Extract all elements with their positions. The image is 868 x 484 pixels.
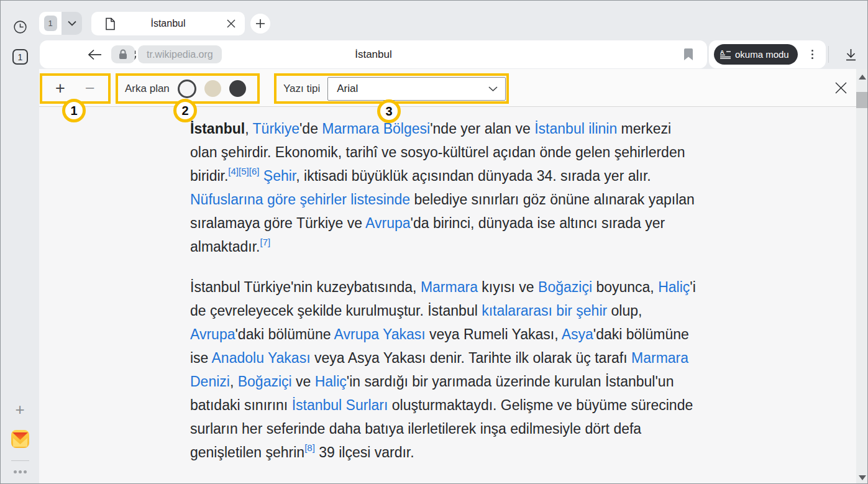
tab-close-icon[interactable] — [224, 16, 239, 31]
article-link[interactable]: Boğaziçi — [538, 279, 592, 295]
article-link[interactable]: İstanbul Surları — [292, 397, 388, 413]
sidebar-divider — [11, 460, 29, 461]
background-color-options — [178, 80, 246, 98]
background-label: Arka plan — [125, 83, 170, 95]
tab-group-control[interactable]: 1 — [39, 12, 82, 35]
article-link[interactable]: Anadolu Yakası — [212, 350, 311, 366]
svg-text:A: A — [720, 50, 724, 55]
article-link[interactable]: Asya — [562, 326, 593, 342]
sidebar-more-icon[interactable] — [11, 467, 29, 477]
annotation-number-3: 3 — [377, 99, 401, 123]
zoom-out-button[interactable]: − — [75, 76, 106, 101]
history-clock-icon[interactable] — [12, 19, 28, 35]
tab-group-chevron-button[interactable] — [62, 12, 82, 35]
plus-icon — [255, 19, 265, 29]
article-link[interactable]: Nüfuslarına göre şehirler listesinde — [190, 191, 410, 208]
article-text: İstanbul, Türkiye'de Marmara Bölgesi'nde… — [190, 117, 700, 464]
reader-toolbar-close-button[interactable] — [827, 74, 854, 101]
vertical-scrollbar[interactable] — [856, 69, 868, 484]
background-dark-option[interactable] — [229, 80, 246, 97]
font-family-value: Arial — [337, 83, 358, 95]
sidebar-tab-counter[interactable]: 1 — [12, 49, 28, 65]
left-sidebar: 1 + — [1, 1, 39, 484]
reference-link[interactable]: [4] — [228, 166, 239, 176]
downloads-icon[interactable] — [843, 47, 859, 63]
reference-link[interactable]: [5] — [239, 166, 249, 176]
article-link[interactable]: Avrupa — [190, 326, 235, 342]
article-paragraph: İstanbul, Türkiye'de Marmara Bölgesi'nde… — [190, 117, 700, 258]
page-doc-icon — [105, 17, 116, 30]
browser-window: 1 + 1 — [0, 0, 868, 484]
annotation-number-1: 1 — [62, 99, 86, 122]
bookmark-icon[interactable] — [681, 47, 696, 62]
scroll-down-arrow-icon[interactable] — [859, 475, 866, 480]
scroll-up-arrow-icon[interactable] — [859, 75, 866, 80]
reader-mode-label: okuma modu — [735, 49, 789, 60]
scrollbar-thumb[interactable] — [856, 92, 868, 108]
background-light-option[interactable] — [178, 80, 196, 98]
annotation-number-2: 2 — [173, 99, 197, 122]
chevron-down-icon — [68, 21, 76, 26]
reader-content: İstanbul, Türkiye'de Marmara Bölgesi'nde… — [39, 107, 868, 484]
tab-group-count-badge: 1 — [44, 16, 57, 31]
reference-link[interactable]: [7] — [260, 237, 271, 247]
article-link[interactable]: kıtalararası bir şehir — [482, 303, 607, 319]
yandex-mail-icon[interactable] — [11, 429, 30, 449]
article-link[interactable]: Haliç — [315, 373, 347, 390]
article-link[interactable]: Şehir — [263, 168, 296, 184]
browser-tab[interactable]: İstanbul — [91, 12, 245, 35]
font-family-select[interactable]: Arial — [327, 77, 506, 101]
chevron-down-icon — [488, 86, 498, 92]
tab-group-button[interactable]: 1 — [39, 12, 62, 35]
more-options-kebab-icon[interactable] — [806, 46, 818, 63]
article-link[interactable]: İstanbul ilinin — [534, 121, 617, 137]
article-link[interactable]: Türkiye — [253, 121, 299, 137]
reference-link[interactable]: [6] — [249, 166, 260, 176]
article-link[interactable]: Haliç — [658, 279, 690, 295]
close-icon — [835, 82, 847, 94]
toolbar-separator — [828, 46, 829, 63]
new-tab-button[interactable] — [250, 14, 270, 34]
article-link[interactable]: Marmara — [421, 279, 478, 295]
background-sepia-option[interactable] — [204, 80, 221, 97]
address-bar[interactable]: İstanbul tr.wikipedia.org — [40, 40, 707, 68]
article-link[interactable]: Marmara Bölgesi — [322, 121, 430, 137]
zoom-in-button[interactable]: + — [45, 76, 76, 101]
font-type-label: Yazı tipi — [283, 83, 320, 95]
reader-mode-container: A okuma modu — [709, 40, 826, 68]
article-link[interactable]: Avrupa — [365, 215, 410, 231]
article-link[interactable]: Avrupa Yakası — [334, 326, 426, 342]
domain-pill[interactable]: tr.wikipedia.org — [138, 45, 222, 63]
sidebar-add-icon[interactable]: + — [11, 401, 29, 418]
article-link[interactable]: Boğaziçi — [238, 373, 292, 390]
back-icon[interactable] — [87, 47, 103, 63]
site-security-lock-icon[interactable] — [111, 45, 135, 63]
reader-mode-button[interactable]: A okuma modu — [714, 44, 798, 65]
reading-mode-icon: A — [720, 50, 731, 59]
reader-toolbar: + − Arka plan Yazı tipi Arial — [39, 69, 868, 107]
reference-link[interactable]: [8] — [304, 442, 315, 453]
article-paragraph: İstanbul Türkiye'nin kuzeybatısında, Mar… — [190, 275, 700, 464]
